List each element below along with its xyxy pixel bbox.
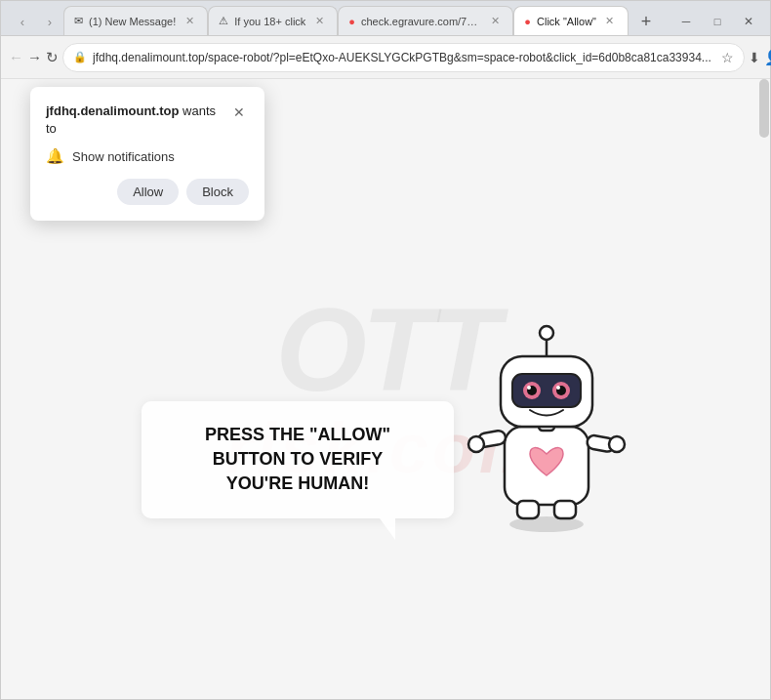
tab-close-3[interactable]: ✕	[487, 14, 503, 29]
robot-svg	[464, 309, 629, 534]
svg-rect-20	[554, 501, 576, 518]
reload-button[interactable]: ↻	[46, 42, 59, 73]
block-button[interactable]: Block	[186, 179, 249, 205]
svg-point-14	[556, 386, 560, 390]
tab-favicon-3: ●	[348, 16, 355, 27]
new-tab-button[interactable]: +	[632, 8, 660, 35]
bell-icon: 🔔	[46, 147, 64, 165]
forward-button[interactable]: →	[27, 42, 42, 73]
profile-button[interactable]: 👤	[764, 42, 771, 73]
tab-close-4[interactable]: ✕	[602, 14, 618, 29]
download-button[interactable]: ⬇	[749, 42, 760, 73]
popup-header: jfdhq.denalimount.top wants to ✕	[46, 103, 249, 138]
tab-label-4: Click "Allow"	[537, 16, 596, 27]
tabs-bar: ‹ › ✉ (1) New Message! ✕ ⚠ If you 18+ cl…	[1, 1, 770, 36]
svg-point-10	[527, 386, 531, 390]
tab-click-allow[interactable]: ● Click "Allow" ✕	[513, 6, 629, 35]
bubble-text-line1: PRESS THE "ALLOW" BUTTON TO VERIFYYOU'RE…	[169, 423, 426, 497]
bookmark-icon[interactable]: ☆	[721, 50, 734, 65]
robot-illustration	[464, 309, 629, 538]
popup-close-button[interactable]: ✕	[229, 103, 249, 122]
popup-notification-label: Show notifications	[72, 149, 175, 164]
tab-close-1[interactable]: ✕	[182, 14, 197, 29]
popup-title: jfdhq.denalimount.top wants to	[46, 103, 229, 138]
svg-point-18	[609, 436, 625, 452]
tab-label-3: check.egravure.com/76...	[361, 16, 481, 27]
tab-favicon-4: ●	[524, 16, 531, 27]
svg-rect-19	[517, 501, 539, 518]
popup-notification-row: 🔔 Show notifications	[46, 147, 249, 165]
address-bar[interactable]: 🔒 jfdhq.denalimount.top/space-robot/?pl=…	[62, 43, 745, 72]
tab-back-btn[interactable]: ‹	[9, 8, 36, 35]
tab-label-2: If you 18+ click	[234, 16, 305, 27]
lock-icon: 🔒	[73, 51, 87, 63]
tab-close-2[interactable]: ✕	[311, 14, 327, 29]
notification-popup: jfdhq.denalimount.top wants to ✕ 🔔 Show …	[30, 87, 264, 221]
tab-18plus[interactable]: ⚠ If you 18+ click ✕	[208, 6, 338, 35]
window-minimize-btn[interactable]: ─	[672, 8, 700, 35]
speech-bubble-container: PRESS THE "ALLOW" BUTTON TO VERIFYYOU'RE…	[142, 401, 454, 518]
window-maximize-btn[interactable]: □	[704, 8, 731, 35]
speech-bubble: PRESS THE "ALLOW" BUTTON TO VERIFYYOU'RE…	[142, 401, 454, 518]
back-button[interactable]: ←	[9, 42, 23, 73]
webpage-content: OTT risk.com PRESS THE "ALLOW" BUTTON TO…	[1, 79, 770, 699]
popup-site-name: jfdhq.denalimount.top	[46, 103, 179, 118]
popup-buttons: Allow Block	[46, 179, 249, 205]
tab-new-message[interactable]: ✉ (1) New Message! ✕	[63, 6, 208, 35]
url-text: jfdhq.denalimount.top/space-robot/?pl=eE…	[93, 51, 711, 64]
tab-label-1: (1) New Message!	[89, 16, 176, 27]
tab-check-egravure[interactable]: ● check.egravure.com/76... ✕	[338, 6, 513, 35]
tab-forward-btn[interactable]: ›	[36, 8, 63, 35]
addressbar-row: ← → ↻ 🔒 jfdhq.denalimount.top/space-robo…	[1, 36, 770, 79]
svg-point-16	[468, 436, 484, 452]
window-close-btn[interactable]: ✕	[735, 8, 762, 35]
svg-point-5	[540, 326, 553, 340]
tab-favicon-1: ✉	[74, 15, 83, 27]
tab-favicon-2: ⚠	[219, 15, 228, 27]
allow-button[interactable]: Allow	[117, 179, 179, 205]
browser-frame: ‹ › ✉ (1) New Message! ✕ ⚠ If you 18+ cl…	[0, 0, 771, 700]
